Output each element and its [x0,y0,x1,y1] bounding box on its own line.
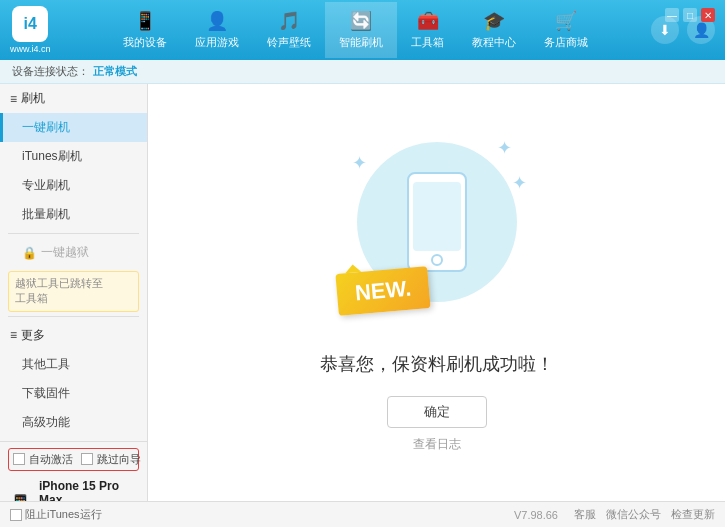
phone-icon: 📱 [8,493,33,501]
sidebar-item-batch-flash[interactable]: 批量刷机 [0,200,147,229]
content-area: ✦ ✦ ✦ NEW. 恭喜您，保资料刷机成功啦！ 确定 查看日志 [148,84,725,501]
sidebar: ≡ 刷机 一键刷机 iTunes刷机 专业刷机 批量刷机 🔒 一键越狱 越狱工具… [0,84,148,501]
bottom-links: 客服 微信公众号 检查更新 [574,507,715,522]
minimize-button[interactable]: — [665,8,679,22]
check-update-link[interactable]: 检查更新 [671,507,715,522]
skip-guide-label: 跳过向导 [97,452,141,467]
close-button[interactable]: ✕ [701,8,715,22]
auto-activate-label: 自动激活 [29,452,73,467]
nav-tutorial-label: 教程中心 [472,35,516,50]
phone-body [407,172,467,272]
nav-toolbox-label: 工具箱 [411,35,444,50]
status-bar: 设备连接状态： 正常模式 [0,60,725,84]
view-log-link[interactable]: 查看日志 [413,436,461,453]
wechat-link[interactable]: 微信公众号 [606,507,661,522]
device-details: iPhone 15 Pro Max 512GB iPhone [39,479,139,501]
logo-url: www.i4.cn [10,44,51,54]
header: i4 www.i4.cn 📱 我的设备 👤 应用游戏 🎵 铃声壁纸 🔄 智能刷机 [0,0,725,60]
my-device-icon: 📱 [134,10,156,32]
confirm-button[interactable]: 确定 [387,396,487,428]
device-panel: 自动激活 跳过向导 📱 iPhone 15 Pro Max 512GB iPho… [0,441,147,501]
flash-section-label: 刷机 [21,90,45,107]
flash-icon: ≡ [10,92,17,106]
sidebar-divider-1 [8,233,139,234]
block-itunes-label: 阻止iTunes运行 [25,507,102,522]
jailbreak-label: 一键越狱 [41,244,89,261]
version-label: V7.98.66 [514,509,558,521]
flash-section-header: ≡ 刷机 [0,84,147,113]
sidebar-item-other-tools[interactable]: 其他工具 [0,350,147,379]
more-icon: ≡ [10,328,17,342]
sidebar-item-one-key-flash[interactable]: 一键刷机 [0,113,147,142]
sidebar-item-advanced[interactable]: 高级功能 [0,408,147,437]
toolbox-icon: 🧰 [417,10,439,32]
bottom-left: 阻止iTunes运行 [10,507,514,522]
more-section-label: 更多 [21,327,45,344]
skip-guide-checkbox[interactable] [81,453,93,465]
maximize-button[interactable]: □ [683,8,697,22]
nav-apps-games[interactable]: 👤 应用游戏 [181,2,253,58]
device-name: iPhone 15 Pro Max [39,479,139,501]
block-itunes-checkbox[interactable] [10,509,22,521]
nav-my-device-label: 我的设备 [123,35,167,50]
sparkle-icon-3: ✦ [512,172,527,194]
nav-smart-flash[interactable]: 🔄 智能刷机 [325,2,397,58]
nav-service[interactable]: 🛒 务店商城 [530,2,602,58]
smart-flash-icon: 🔄 [350,10,372,32]
nav-toolbox[interactable]: 🧰 工具箱 [397,2,458,58]
apps-games-icon: 👤 [206,10,228,32]
sidebar-item-download-firmware[interactable]: 下载固件 [0,379,147,408]
logo-icon: i4 [12,6,48,42]
nav-tutorial[interactable]: 🎓 教程中心 [458,2,530,58]
sidebar-item-pro-flash[interactable]: 专业刷机 [0,171,147,200]
phone-home-button [431,254,443,266]
sidebar-notice: 越狱工具已跳转至工具箱 [8,271,139,312]
sidebar-disabled-jailbreak: 🔒 一键越狱 [0,238,147,267]
nav-service-label: 务店商城 [544,35,588,50]
logo: i4 www.i4.cn [10,6,51,54]
nav-ringtones-label: 铃声壁纸 [267,35,311,50]
status-mode: 正常模式 [93,64,137,79]
status-prefix: 设备连接状态： [12,64,89,79]
sidebar-divider-2 [8,316,139,317]
service-icon: 🛒 [555,10,577,32]
bottom-bar: 阻止iTunes运行 V7.98.66 客服 微信公众号 检查更新 [0,501,725,527]
sidebar-item-itunes-flash[interactable]: iTunes刷机 [0,142,147,171]
auto-activate-checkbox[interactable] [13,453,25,465]
lock-icon: 🔒 [22,246,37,260]
nav-apps-games-label: 应用游戏 [195,35,239,50]
phone-screen [413,182,461,251]
nav-bar: 📱 我的设备 👤 应用游戏 🎵 铃声壁纸 🔄 智能刷机 🧰 工具箱 🎓 [61,2,651,58]
ringtones-icon: 🎵 [278,10,300,32]
success-message: 恭喜您，保资料刷机成功啦！ [320,352,554,376]
tutorial-icon: 🎓 [483,10,505,32]
customer-service-link[interactable]: 客服 [574,507,596,522]
sparkle-icon-1: ✦ [352,152,367,174]
nav-smart-flash-label: 智能刷机 [339,35,383,50]
new-badge: NEW. [335,266,431,316]
more-section-header: ≡ 更多 [0,321,147,350]
device-options-row: 自动激活 跳过向导 [8,448,139,471]
nav-my-device[interactable]: 📱 我的设备 [109,2,181,58]
device-info: 📱 iPhone 15 Pro Max 512GB iPhone [8,477,139,501]
block-itunes-check: 阻止iTunes运行 [10,507,102,522]
nav-ringtones[interactable]: 🎵 铃声壁纸 [253,2,325,58]
success-illustration: ✦ ✦ ✦ NEW. [347,132,527,332]
sparkle-icon-2: ✦ [497,137,512,159]
sidebar-notice-text: 越狱工具已跳转至工具箱 [15,277,103,304]
